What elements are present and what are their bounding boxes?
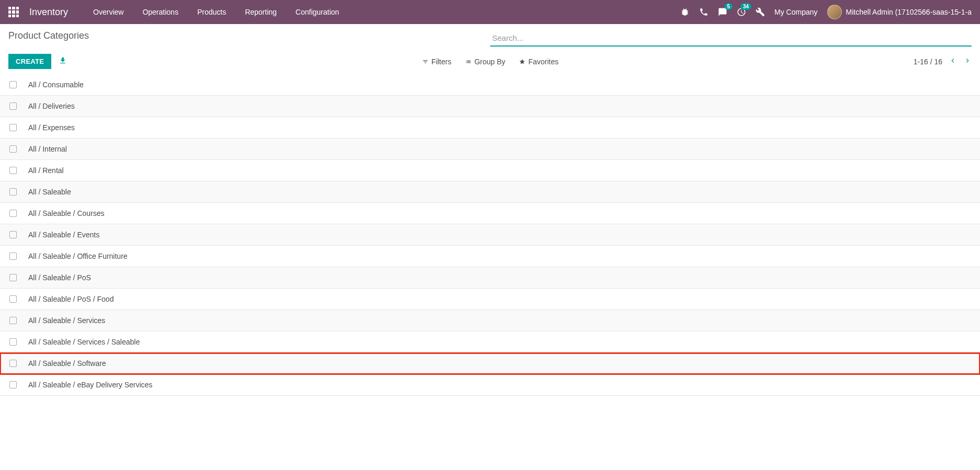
table-row[interactable]: All / Saleable / Events [0, 224, 980, 246]
table-row[interactable]: All / Consumable [0, 74, 980, 96]
company-switcher[interactable]: My Company [774, 8, 817, 16]
table-row[interactable]: All / Saleable / Courses [0, 203, 980, 224]
navbar-left: Inventory OverviewOperationsProductsRepo… [8, 0, 348, 24]
messages-badge: 5 [725, 3, 733, 10]
chevron-left-icon [949, 56, 957, 65]
row-label: All / Expenses [28, 123, 75, 132]
avatar [827, 5, 842, 19]
table-row[interactable]: All / Saleable / eBay Delivery Services [0, 374, 980, 396]
bug-icon[interactable] [680, 7, 690, 17]
search-options: Filters Group By Favorites [422, 58, 559, 66]
nav-link-configuration[interactable]: Configuration [286, 0, 348, 24]
table-row[interactable]: All / Saleable / Services [0, 310, 980, 331]
list-view: All / ConsumableAll / DeliveriesAll / Ex… [0, 74, 980, 396]
row-label: All / Rental [28, 166, 64, 175]
row-label: All / Internal [28, 145, 67, 153]
row-checkbox[interactable] [9, 124, 17, 131]
row-label: All / Saleable / eBay Delivery Services [28, 381, 152, 389]
pager-next[interactable] [963, 56, 972, 66]
table-row[interactable]: All / Deliveries [0, 96, 980, 117]
control-panel: Product Categories CREATE Filters Group … [0, 24, 980, 74]
table-row[interactable]: All / Saleable / PoS / Food [0, 289, 980, 310]
create-button[interactable]: CREATE [8, 54, 51, 69]
row-checkbox[interactable] [9, 295, 17, 303]
nav-link-products[interactable]: Products [188, 0, 235, 24]
row-label: All / Saleable / Events [28, 231, 99, 239]
messages-icon[interactable]: 5 [718, 7, 727, 17]
chevron-right-icon [963, 56, 972, 65]
row-label: All / Saleable / Courses [28, 209, 105, 217]
pager: 1-16 / 16 [914, 56, 972, 66]
row-checkbox[interactable] [9, 102, 17, 110]
table-row[interactable]: All / Internal [0, 139, 980, 160]
row-label: All / Consumable [28, 81, 84, 89]
row-checkbox[interactable] [9, 317, 17, 324]
nav-link-overview[interactable]: Overview [84, 0, 133, 24]
row-label: All / Saleable / Services [28, 316, 105, 325]
main-navbar: Inventory OverviewOperationsProductsRepo… [0, 0, 980, 24]
page-title: Product Categories [8, 30, 89, 41]
row-checkbox[interactable] [9, 167, 17, 174]
table-row[interactable]: All / Saleable / Software [0, 353, 980, 374]
search-input[interactable] [490, 30, 972, 47]
row-checkbox[interactable] [9, 231, 17, 238]
table-row[interactable]: All / Expenses [0, 117, 980, 139]
navbar-right: 5 34 My Company Mitchell Admin (17102566… [680, 5, 972, 19]
table-row[interactable]: All / Saleable / PoS [0, 267, 980, 289]
row-checkbox[interactable] [9, 145, 17, 153]
row-checkbox[interactable] [9, 381, 17, 388]
import-button[interactable] [59, 56, 67, 66]
row-label: All / Saleable / PoS [28, 273, 91, 282]
user-menu[interactable]: Mitchell Admin (17102566-saas-15-1-a [827, 5, 972, 19]
table-row[interactable]: All / Rental [0, 160, 980, 181]
table-row[interactable]: All / Saleable / Services / Saleable [0, 331, 980, 353]
activity-badge: 34 [740, 3, 751, 10]
activity-icon[interactable]: 34 [737, 7, 746, 17]
list-icon [465, 59, 471, 65]
row-label: All / Saleable / Office Furniture [28, 252, 128, 260]
row-label: All / Saleable / Software [28, 359, 106, 368]
apps-icon[interactable] [8, 7, 19, 17]
row-checkbox[interactable] [9, 338, 17, 346]
row-checkbox[interactable] [9, 188, 17, 196]
row-checkbox[interactable] [9, 274, 17, 281]
row-label: All / Saleable [28, 188, 71, 196]
row-label: All / Saleable / PoS / Food [28, 295, 114, 303]
favorites-button[interactable]: Favorites [519, 58, 559, 66]
star-icon [519, 59, 525, 65]
row-checkbox[interactable] [9, 360, 17, 367]
row-checkbox[interactable] [9, 253, 17, 260]
row-label: All / Deliveries [28, 102, 75, 110]
user-name: Mitchell Admin (17102566-saas-15-1-a [846, 8, 972, 16]
nav-link-reporting[interactable]: Reporting [235, 0, 286, 24]
pager-text: 1-16 / 16 [914, 58, 942, 66]
app-brand[interactable]: Inventory [29, 7, 68, 18]
row-checkbox[interactable] [9, 81, 17, 88]
row-label: All / Saleable / Services / Saleable [28, 338, 140, 346]
groupby-button[interactable]: Group By [465, 58, 505, 66]
filter-icon [422, 59, 429, 65]
table-row[interactable]: All / Saleable / Office Furniture [0, 246, 980, 267]
tools-icon[interactable] [756, 7, 765, 17]
filters-button[interactable]: Filters [422, 58, 452, 66]
nav-menus: OverviewOperationsProductsReportingConfi… [84, 0, 348, 24]
table-row[interactable]: All / Saleable [0, 181, 980, 203]
row-checkbox[interactable] [9, 210, 17, 217]
nav-link-operations[interactable]: Operations [133, 0, 187, 24]
phone-icon[interactable] [699, 7, 708, 17]
pager-prev[interactable] [949, 56, 957, 66]
